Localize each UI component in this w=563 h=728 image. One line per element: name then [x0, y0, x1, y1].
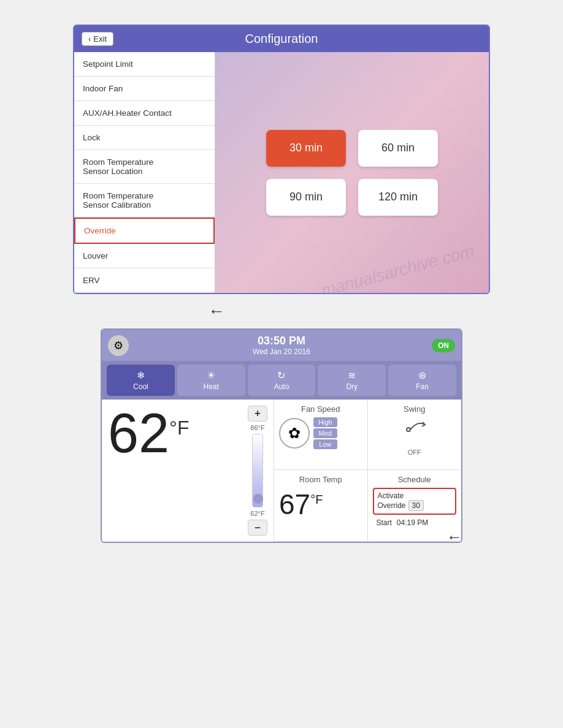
start-row: Start 04:19 PM [373, 517, 457, 528]
override-value: 30 [408, 500, 424, 511]
mode-fan-label: Fan [416, 382, 429, 391]
menu-item-room-temp-sensor-location[interactable]: Room TemperatureSensor Location [74, 150, 215, 184]
mode-dry-label: Dry [346, 382, 358, 391]
menu-item-indoor-fan[interactable]: Indoor Fan [74, 77, 215, 101]
swing-status: OFF [408, 449, 421, 456]
swing-icon [399, 417, 430, 446]
fan-levels: High Med Low [313, 417, 337, 449]
setpoint-display: 62 °F [108, 406, 244, 461]
start-time: 04:19 PM [397, 518, 428, 527]
fan-speed-title: Fan Speed [279, 404, 362, 414]
exit-button[interactable]: ‹ Exit [82, 32, 113, 46]
right-arrow-icon: ← [446, 528, 462, 547]
menu-item-setpoint-limit[interactable]: Setpoint Limit [74, 52, 215, 77]
config-menu: Setpoint Limit Indoor Fan AUX/AH.Heater … [74, 52, 215, 293]
thermo-body: 62 °F + 86°F 62°F − Fan Speed [102, 400, 461, 542]
fan-low-button[interactable]: Low [313, 439, 337, 449]
sun-icon: ☀ [207, 370, 215, 381]
schedule-title: Schedule [373, 475, 457, 484]
config-title: Configuration [245, 32, 318, 46]
schedule-arrow-indicator: ← [101, 528, 462, 547]
override-label: Override [378, 501, 406, 510]
fan-spin-icon: ✿ [288, 425, 301, 442]
override-arrow-indicator: ← [73, 301, 490, 321]
slider-track [252, 434, 263, 507]
date-value: Wed Jan 20 2016 [253, 347, 310, 356]
dry-icon: ≋ [348, 370, 356, 381]
temp-up-button[interactable]: + [248, 406, 267, 422]
time-btn-60[interactable]: 60 min [358, 130, 438, 167]
thermo-time-display: 03:50 PM Wed Jan 20 2016 [253, 335, 310, 356]
fan-speed-controls: ✿ High Med Low [279, 417, 362, 449]
override-row: Activate [378, 491, 452, 500]
mode-btn-fan[interactable]: ⊛ Fan [388, 365, 456, 396]
time-buttons-row-1: 30 min 60 min [266, 130, 438, 167]
activate-label: Activate [378, 491, 404, 500]
swing-controls: OFF [373, 417, 457, 456]
room-temp-value: 67 [279, 488, 310, 521]
setpoint-row: 62 °F + 86°F 62°F − [108, 406, 267, 536]
menu-item-louver[interactable]: Louver [74, 244, 215, 268]
room-temp-title: Room Temp [279, 475, 362, 484]
temperature-slider: + 86°F 62°F − [248, 406, 267, 536]
menu-item-room-temp-sensor-calibration[interactable]: Room TemperatureSensor Calibration [74, 184, 215, 218]
menu-item-lock[interactable]: Lock [74, 126, 215, 150]
fan-med-button[interactable]: Med [313, 428, 337, 438]
fan-circle-icon: ✿ [279, 418, 310, 449]
slider-high-label: 86°F [250, 424, 264, 431]
exit-label: Exit [93, 34, 107, 44]
menu-item-override[interactable]: Override [74, 218, 215, 244]
fan-mode-icon: ⊛ [418, 370, 426, 381]
thermo-left-panel: 62 °F + 86°F 62°F − [102, 400, 274, 542]
time-buttons-row-2: 90 min 120 min [266, 179, 438, 216]
time-btn-120[interactable]: 120 min [358, 179, 438, 216]
config-content: 30 min 60 min 90 min 120 min manualsarch… [215, 52, 489, 293]
thermo-right-panel: Fan Speed ✿ High Med Low Swing [274, 400, 461, 542]
gear-icon: ⚙ [113, 339, 123, 352]
thermostat-panel: ⚙ 03:50 PM Wed Jan 20 2016 ON ❄ Cool ☀ H… [101, 328, 462, 543]
time-btn-30[interactable]: 30 min [266, 130, 346, 167]
snowflake-icon: ❄ [137, 370, 145, 381]
time-value: 03:50 PM [253, 335, 310, 347]
mode-cool-label: Cool [133, 382, 148, 391]
override-value-row: Override 30 [378, 500, 452, 511]
swing-title: Swing [373, 404, 457, 414]
mode-btn-dry[interactable]: ≋ Dry [318, 365, 386, 396]
room-temp-unit: °F [310, 493, 323, 507]
fan-high-button[interactable]: High [313, 417, 337, 427]
setpoint-unit: °F [169, 417, 189, 439]
setpoint-value: 62 [108, 406, 169, 461]
menu-item-erv[interactable]: ERV [74, 268, 215, 293]
mode-heat-label: Heat [204, 382, 219, 391]
chevron-left-icon: ‹ [88, 34, 91, 44]
mode-btn-auto[interactable]: ↻ Auto [248, 365, 316, 396]
mode-auto-label: Auto [274, 382, 289, 391]
watermark: manualsarchive.com [319, 241, 476, 294]
schedule-content: Activate Override 30 Start 04:19 PM [373, 488, 457, 528]
svg-point-0 [407, 428, 410, 431]
mode-btn-heat[interactable]: ☀ Heat [177, 365, 245, 396]
swing-svg [399, 417, 430, 442]
thermo-header: ⚙ 03:50 PM Wed Jan 20 2016 ON [102, 330, 461, 361]
config-panel: ‹ Exit Configuration Setpoint Limit Indo… [73, 25, 490, 294]
mode-buttons-row: ❄ Cool ☀ Heat ↻ Auto ≋ Dry ⊛ Fan [102, 361, 461, 400]
time-btn-90[interactable]: 90 min [266, 179, 346, 216]
override-box: Activate Override 30 [373, 488, 457, 515]
on-off-toggle[interactable]: ON [432, 339, 455, 352]
gear-button[interactable]: ⚙ [108, 335, 129, 356]
slider-thumb [253, 494, 263, 504]
menu-item-aux-heater[interactable]: AUX/AH.Heater Contact [74, 101, 215, 126]
config-header: ‹ Exit Configuration [74, 26, 489, 52]
fan-speed-section: Fan Speed ✿ High Med Low [274, 400, 368, 470]
slider-low-label: 62°F [250, 510, 264, 517]
mode-btn-cool[interactable]: ❄ Cool [107, 365, 175, 396]
room-temp-display: 67 °F [279, 488, 362, 521]
auto-icon: ↻ [277, 370, 285, 381]
left-arrow-icon: ← [208, 301, 225, 321]
config-body: Setpoint Limit Indoor Fan AUX/AH.Heater … [74, 52, 489, 293]
swing-section: Swing OFF [368, 400, 462, 470]
start-label: Start [377, 518, 392, 527]
